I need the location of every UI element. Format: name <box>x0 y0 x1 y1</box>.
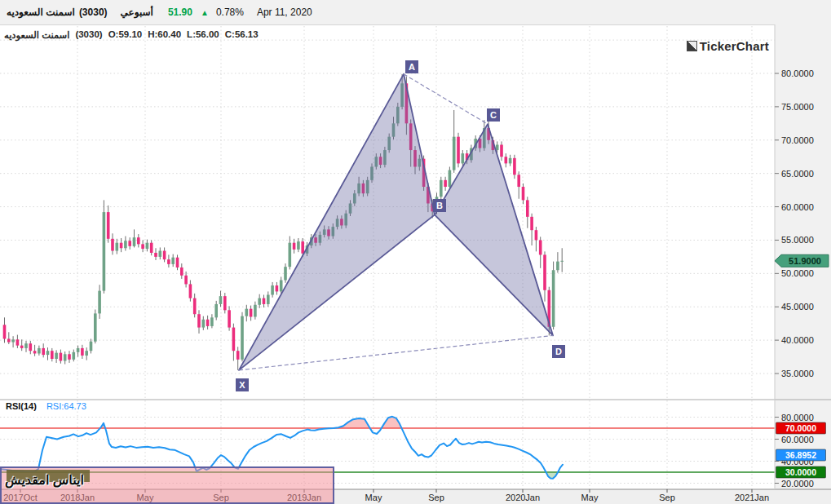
svg-text:May: May <box>365 493 382 502</box>
svg-text:55.0000: 55.0000 <box>781 235 814 245</box>
rsi-axis: 80.000060.000040.000020.000070.000036.89… <box>775 413 826 489</box>
rsi-indicator-value: RSI:64.73 <box>46 401 86 411</box>
svg-text:C: C <box>490 110 497 120</box>
svg-text:B: B <box>436 201 443 210</box>
rsi-header: RSI(14) RSI:64.73 <box>6 401 86 411</box>
svg-text:60.0000: 60.0000 <box>781 202 814 212</box>
ohlc-low: L:56.00 <box>187 29 219 41</box>
change-percent: 0.78% <box>216 7 244 18</box>
svg-text:30.0000: 30.0000 <box>785 467 816 477</box>
svg-text:20.0000: 20.0000 <box>781 479 814 489</box>
ohlc-symbol-name: اسمنت السعوديه <box>4 29 69 41</box>
rsi-indicator-label[interactable]: RSI(14) <box>6 401 37 411</box>
svg-text:80.0000: 80.0000 <box>781 413 814 422</box>
tickerchart-logo: TickerChart <box>687 39 769 53</box>
svg-text:40.0000: 40.0000 <box>781 335 814 345</box>
svg-text:D: D <box>555 347 562 356</box>
svg-text:50.0000: 50.0000 <box>781 268 814 278</box>
svg-text:60.0000: 60.0000 <box>781 435 814 444</box>
svg-text:35.0000: 35.0000 <box>781 369 814 378</box>
svg-text:2020Jan: 2020Jan <box>506 493 540 502</box>
ohlc-readout: اسمنت السعوديه (3030) O:59.10 H:60.40 L:… <box>4 29 259 41</box>
svg-text:X: X <box>239 380 245 390</box>
up-arrow-icon: ▲ <box>201 8 209 17</box>
ohlc-high: H:60.40 <box>148 29 181 41</box>
top-bar: اسمنت السعوديه (3030) أسبوعي 51.90 ▲ 0.7… <box>0 0 831 25</box>
svg-text:75.0000: 75.0000 <box>781 102 814 112</box>
price-chart[interactable]: XABCD35.000040.000045.000050.000055.0000… <box>0 24 831 504</box>
svg-text:65.0000: 65.0000 <box>781 169 814 179</box>
timeframe-label[interactable]: أسبوعي <box>121 7 153 18</box>
svg-text:Sep: Sep <box>428 493 444 502</box>
tickerchart-icon <box>687 41 697 51</box>
last-price: 51.90 <box>168 7 192 18</box>
quote-date: Apr 11, 2020 <box>257 7 312 18</box>
svg-text:51.9000: 51.9000 <box>789 256 821 266</box>
svg-text:36.8952: 36.8952 <box>785 450 816 460</box>
ohlc-symbol-code: (3030) <box>75 29 102 41</box>
svg-text:80.0000: 80.0000 <box>781 69 814 78</box>
svg-text:70.0000: 70.0000 <box>785 423 816 433</box>
harmonic-pattern[interactable]: XABCD <box>236 60 565 391</box>
svg-text:2021Jan: 2021Jan <box>735 493 769 502</box>
svg-text:70.0000: 70.0000 <box>781 135 814 145</box>
symbol-name: اسمنت السعوديه <box>7 7 75 18</box>
ohlc-close: C:56.13 <box>225 29 259 41</box>
svg-text:A: A <box>409 62 415 72</box>
svg-text:May: May <box>581 493 599 502</box>
tickerchart-wordmark: TickerChart <box>700 39 769 53</box>
svg-text:45.0000: 45.0000 <box>781 302 814 312</box>
annotation-watermark-text: ايناس امقديش <box>5 472 84 488</box>
ohlc-open: O:59.10 <box>108 29 143 41</box>
svg-text:Sep: Sep <box>659 493 675 502</box>
annotation-watermark-box[interactable]: ايناس امقديش <box>0 466 334 504</box>
symbol-code: (3030) <box>79 7 108 18</box>
